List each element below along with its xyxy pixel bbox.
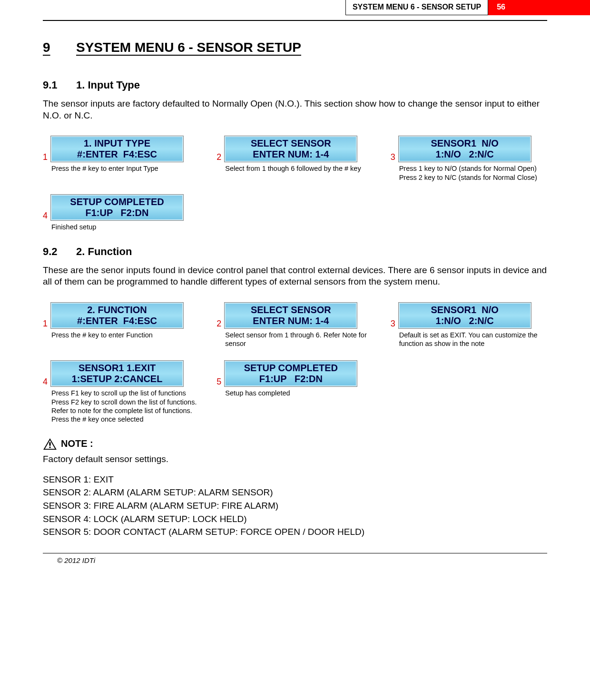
header-title: SYSTEM MENU 6 - SENSOR SETUP (345, 0, 488, 15)
lcd-line-1: SENSOR1 N/O (399, 305, 531, 315)
lcd-line-1: 2. FUNCTION (51, 305, 183, 315)
lcd-line-1: SETUP COMPLETED (225, 363, 357, 374)
header-page-number: 56 (488, 0, 514, 15)
subsection-9-1-paragraph: The sensor inputs are factory defaulted … (43, 98, 547, 121)
list-item: SENSOR 4: LOCK (ALARM SETUP: LOCK HELD) (43, 513, 547, 526)
lcd-line-2: #:ENTER F4:ESC (51, 149, 183, 160)
svg-rect-3 (49, 446, 50, 448)
subsection-9-1-heading: 9.11. Input Type (43, 79, 547, 91)
header-red-strip (514, 0, 590, 15)
lcd-screen: SENSOR1 N/O 1:N/O 2:N/C (398, 136, 531, 162)
list-item: SENSOR 5: DOOR CONTACT (ALARM SETUP: FOR… (43, 525, 547, 539)
lcd-screen: SELECT SENSOR ENTER NUM: 1-4 (224, 136, 357, 162)
step-number: 3 (391, 319, 395, 329)
subsection-9-2-title: 2. Function (76, 246, 132, 257)
step-number: 2 (216, 153, 221, 162)
lcd-line-1: 1. INPUT TYPE (51, 138, 183, 149)
step-item: 1 1. INPUT TYPE #:ENTER F4:ESC Press the… (43, 136, 199, 181)
subsection-9-1-title: 1. Input Type (76, 79, 140, 91)
lcd-line-2: 1:N/O 2:N/C (399, 149, 531, 160)
lcd-screen: SENSOR1 N/O 1:N/O 2:N/C (398, 302, 531, 329)
subsection-9-1-number: 9.1 (43, 79, 76, 91)
step-caption: Finished setup (43, 223, 199, 231)
step-number: 2 (216, 319, 221, 329)
lcd-screen: SETUP COMPLETED F1:UP F2:DN (224, 360, 357, 387)
lcd-screen: SENSOR1 1.EXIT 1:SETUP 2:CANCEL (50, 360, 184, 387)
lcd-line-2: ENTER NUM: 1-4 (225, 149, 357, 160)
step-number: 5 (216, 377, 221, 387)
lcd-line-1: SELECT SENSOR (225, 305, 357, 315)
note-intro: Factory default sensor settings. (43, 454, 547, 464)
step-caption: Default is set as EXIT. You can customiz… (391, 331, 547, 348)
step-item: 1 2. FUNCTION #:ENTER F4:ESC Press the #… (43, 302, 199, 348)
step-caption: Press the # key to enter Function (43, 331, 199, 339)
lcd-line-2: 1:SETUP 2:CANCEL (51, 374, 183, 385)
list-item: SENSOR 1: EXIT (43, 473, 547, 486)
subsection-9-2-paragraph: These are the senor inputs found in devi… (43, 265, 547, 288)
subsection-9-2-heading: 9.22. Function (43, 246, 547, 258)
steps-grid-9-2: 1 2. FUNCTION #:ENTER F4:ESC Press the #… (43, 302, 547, 424)
lcd-screen: 1. INPUT TYPE #:ENTER F4:ESC (50, 136, 184, 162)
lcd-line-1: SELECT SENSOR (225, 138, 357, 149)
lcd-screen: SELECT SENSOR ENTER NUM: 1-4 (224, 302, 357, 329)
steps-grid-9-1: 1 1. INPUT TYPE #:ENTER F4:ESC Press the… (43, 136, 547, 231)
lcd-line-2: F1:UP F2:DN (51, 207, 183, 218)
step-item: 3 SENSOR1 N/O 1:N/O 2:N/C Press 1 key to… (391, 136, 547, 181)
lcd-line-2: 1:N/O 2:N/C (399, 315, 531, 326)
step-number: 4 (43, 377, 48, 387)
step-caption: Select from 1 though 6 followed by the #… (216, 164, 373, 173)
step-number: 1 (43, 153, 48, 162)
step-caption: Press 1 key to N/O (stands for Normal Op… (391, 164, 547, 181)
lcd-line-1: SETUP COMPLETED (51, 197, 183, 207)
page-header-bar: SYSTEM MENU 6 - SENSOR SETUP 56 (0, 0, 590, 15)
list-item: SENSOR 3: FIRE ALARM (ALARM SETUP: FIRE … (43, 499, 547, 513)
section-number: 9 (43, 40, 76, 55)
step-item: 2 SELECT SENSOR ENTER NUM: 1-4 Select se… (216, 302, 373, 348)
step-item: 4 SENSOR1 1.EXIT 1:SETUP 2:CANCEL Press … (43, 360, 199, 424)
step-item: 3 SENSOR1 N/O 1:N/O 2:N/C Default is set… (391, 302, 547, 348)
svg-rect-2 (49, 442, 50, 445)
lcd-line-1: SENSOR1 N/O (399, 138, 531, 149)
note-heading: NOTE : (43, 438, 547, 450)
lcd-line-2: F1:UP F2:DN (225, 374, 357, 385)
lcd-screen: SETUP COMPLETED F1:UP F2:DN (50, 194, 184, 221)
footer-copyright: © 2012 IDTi (0, 553, 590, 569)
section-heading: 9SYSTEM MENU 6 - SENSOR SETUP (43, 40, 547, 55)
page-content: 9SYSTEM MENU 6 - SENSOR SETUP 9.11. Inpu… (0, 21, 590, 543)
lcd-line-2: #:ENTER F4:ESC (51, 315, 183, 326)
section-title: SYSTEM MENU 6 - SENSOR SETUP (76, 40, 301, 55)
step-number: 3 (391, 153, 395, 162)
warning-icon (43, 438, 57, 450)
step-caption: Select sensor from 1 through 6. Refer No… (216, 331, 373, 348)
step-caption: Press the # key to enter Input Type (43, 164, 199, 173)
note-label: NOTE : (61, 438, 93, 449)
subsection-9-2-number: 9.2 (43, 246, 76, 258)
step-item: 2 SELECT SENSOR ENTER NUM: 1-4 Select fr… (216, 136, 373, 181)
lcd-line-1: SENSOR1 1.EXIT (51, 363, 183, 374)
list-item: SENSOR 2: ALARM (ALARM SETUP: ALARM SENS… (43, 486, 547, 499)
sensor-defaults-list: SENSOR 1: EXIT SENSOR 2: ALARM (ALARM SE… (43, 473, 547, 539)
step-item: 4 SETUP COMPLETED F1:UP F2:DN Finished s… (43, 194, 199, 231)
step-caption: Press F1 key to scroll up the list of fu… (43, 389, 199, 424)
step-number: 1 (43, 319, 48, 329)
lcd-line-2: ENTER NUM: 1-4 (225, 315, 357, 326)
step-number: 4 (43, 211, 48, 221)
step-item: 5 SETUP COMPLETED F1:UP F2:DN Setup has … (216, 360, 373, 424)
lcd-screen: 2. FUNCTION #:ENTER F4:ESC (50, 302, 184, 329)
step-caption: Setup has completed (216, 389, 373, 397)
header-spacer (0, 0, 345, 15)
